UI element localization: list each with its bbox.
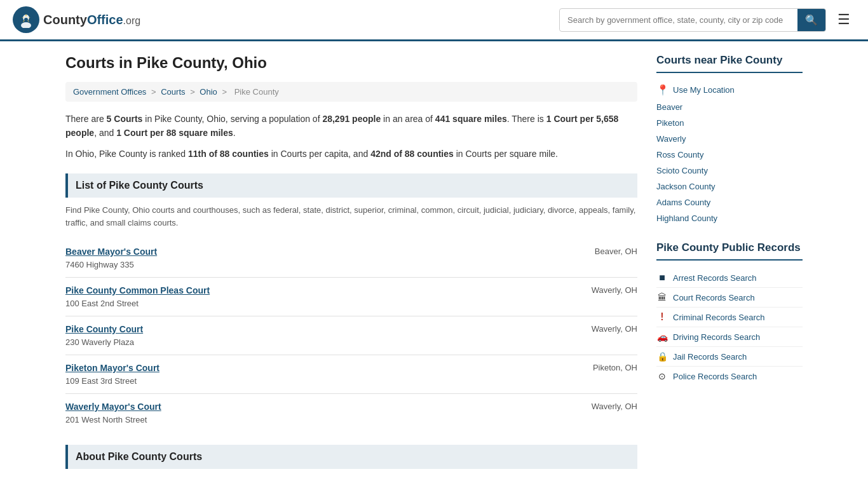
record-link-0[interactable]: Arrest Records Search [673,273,757,283]
public-records-items: ■ Arrest Records Search 🏛 Court Records … [656,268,803,386]
use-my-location[interactable]: 📍 Use My Location [656,81,803,99]
public-record-item: 🏛 Court Records Search [656,288,803,308]
table-row: Pike County Court 230 Waverly Plaza Wave… [65,316,637,355]
public-record-item: 🔒 Jail Records Search [656,347,803,367]
record-icon-2: ! [656,311,668,323]
site-header: CountyOffice.org 🔍 ☰ [0,0,868,41]
sidebar-courts-near-ross-county[interactable]: Ross County [656,147,803,163]
logo[interactable]: CountyOffice.org [13,6,140,33]
area: 441 square miles [435,114,507,124]
courts-near-title: Courts near Pike County [656,54,803,73]
court-location-0: Beaver, OH [595,247,637,256]
public-record-item: ■ Arrest Records Search [656,268,803,288]
court-address-0: 7460 Highway 335 [65,260,134,269]
search-bar: 🔍 [559,8,826,32]
population: 28,291 people [322,114,381,124]
court-location-2: Waverly, OH [592,324,637,334]
sidebar-courts-near-jackson-county[interactable]: Jackson County [656,179,803,194]
court-address-3: 109 East 3rd Street [65,376,137,386]
info-paragraph-1: There are 5 Courts in Pike County, Ohio,… [65,112,637,140]
court-location-3: Piketon, OH [593,363,637,372]
rank-capita: 11th of 88 counties [188,149,269,159]
table-row: Piketon Mayor's Court 109 East 3rd Stree… [65,355,637,394]
court-item-left-0: Beaver Mayor's Court 7460 Highway 335 [65,247,157,269]
header-right: 🔍 ☰ [559,8,855,32]
rank-sqmile: 42nd of 88 counties [370,149,454,159]
breadcrumb-courts[interactable]: Courts [161,87,185,97]
breadcrumb-sep2: > [190,87,197,97]
court-item-left-1: Pike County Common Pleas Court 100 East … [65,285,210,308]
court-item-left-2: Pike County Court 230 Waverly Plaza [65,324,143,347]
breadcrumb-sep3: > [222,87,229,97]
sidebar-courts-near-scioto-county[interactable]: Scioto County [656,163,803,179]
court-item-left-3: Piketon Mayor's Court 109 East 3rd Stree… [65,363,159,386]
record-icon-5: ⊙ [656,370,668,382]
sidebar-courts-near-piketon[interactable]: Piketon [656,115,803,131]
record-icon-1: 🏛 [656,292,668,303]
court-name-3[interactable]: Piketon Mayor's Court [65,363,159,373]
table-row: Beaver Mayor's Court 7460 Highway 335 Be… [65,239,637,278]
sidebar-courts-near-adams-county[interactable]: Adams County [656,194,803,210]
public-record-item: 🚗 Driving Records Search [656,327,803,347]
courts-count: 5 Courts [107,114,143,124]
court-address-1: 100 East 2nd Street [65,299,139,308]
court-item-left-4: Waverly Mayor's Court 201 West North Str… [65,402,161,424]
public-records-title: Pike County Public Records [656,241,803,261]
svg-point-3 [24,18,28,22]
sidebar: Courts near Pike County 📍 Use My Locatio… [656,54,803,469]
court-name-4[interactable]: Waverly Mayor's Court [65,402,161,412]
info-paragraph-2: In Ohio, Pike County is ranked 11th of 8… [65,147,637,161]
about-section-header: About Pike County Courts [65,445,637,469]
record-link-5[interactable]: Police Records Search [673,372,757,381]
breadcrumb-pike-county: Pike County [234,87,279,97]
breadcrumb: Government Offices > Courts > Ohio > Pik… [65,82,637,102]
location-pin-icon: 📍 [656,84,669,96]
record-link-3[interactable]: Driving Records Search [673,332,760,342]
court-name-0[interactable]: Beaver Mayor's Court [65,247,157,257]
record-icon-0: ■ [656,272,668,283]
list-section-header: List of Pike County Courts [65,173,637,198]
record-icon-4: 🔒 [656,351,668,362]
use-my-location-label: Use My Location [673,85,735,95]
search-button[interactable]: 🔍 [797,9,825,31]
court-location-1: Waverly, OH [592,285,637,295]
table-row: Pike County Common Pleas Court 100 East … [65,278,637,316]
content-area: Courts in Pike County, Ohio Government O… [65,54,637,469]
breadcrumb-government-offices[interactable]: Government Offices [73,87,146,97]
public-record-item: ! Criminal Records Search [656,308,803,327]
main-container: Courts in Pike County, Ohio Government O… [53,41,815,482]
breadcrumb-ohio[interactable]: Ohio [200,87,217,97]
court-address-4: 201 West North Street [65,415,147,424]
table-row: Waverly Mayor's Court 201 West North Str… [65,394,637,432]
breadcrumb-sep1: > [151,87,158,97]
logo-icon [13,6,39,33]
public-records-section: Pike County Public Records ■ Arrest Reco… [656,241,803,386]
record-link-1[interactable]: Court Records Search [673,293,755,302]
public-record-item: ⊙ Police Records Search [656,367,803,386]
logo-text: CountyOffice.org [43,13,140,27]
court-location-4: Waverly, OH [592,402,637,411]
list-section-description: Find Pike County, Ohio courts and courth… [65,204,637,229]
court-name-1[interactable]: Pike County Common Pleas Court [65,285,210,295]
sidebar-courts-near-highland-county[interactable]: Highland County [656,210,803,226]
hamburger-menu-icon[interactable]: ☰ [832,9,855,30]
record-icon-3: 🚗 [656,331,668,342]
record-link-4[interactable]: Jail Records Search [673,352,747,362]
courts-near-links: BeaverPiketonWaverlyRoss CountyScioto Co… [656,99,803,226]
sidebar-courts-near-beaver[interactable]: Beaver [656,99,803,115]
page-title: Courts in Pike County, Ohio [65,54,637,72]
per-sqmile: 1 Court per 88 square miles [116,128,233,138]
sidebar-courts-near-waverly[interactable]: Waverly [656,131,803,147]
court-address-2: 230 Waverly Plaza [65,337,134,347]
courts-near-section: Courts near Pike County 📍 Use My Locatio… [656,54,803,226]
search-input[interactable] [560,10,797,30]
record-link-2[interactable]: Criminal Records Search [673,313,765,322]
courts-list: Beaver Mayor's Court 7460 Highway 335 Be… [65,239,637,432]
court-name-2[interactable]: Pike County Court [65,324,143,334]
